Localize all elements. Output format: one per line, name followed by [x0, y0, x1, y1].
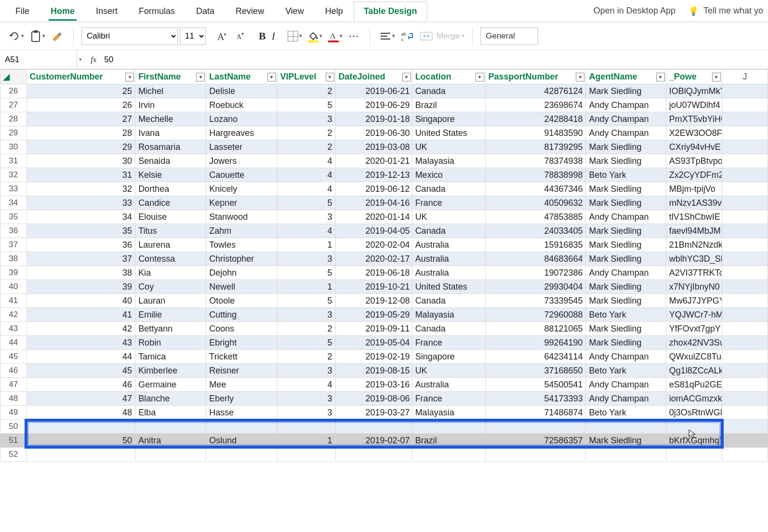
cell[interactable]: 24033405	[485, 224, 586, 238]
cell[interactable]: 2019-04-16	[335, 196, 412, 210]
cell[interactable]: PmXT5vbYiHQ	[666, 112, 722, 126]
cell[interactable]: 35	[26, 224, 135, 238]
cell[interactable]: 54173393	[485, 392, 586, 406]
cell[interactable]: Mee	[206, 378, 277, 392]
cell[interactable]: 28	[26, 126, 135, 140]
cell[interactable]: 1	[277, 280, 335, 294]
cell[interactable]: 42876124	[485, 84, 586, 98]
cell[interactable]: Zx2CyYDFm2E	[666, 168, 722, 182]
filter-dropdown-icon[interactable]: ▾	[656, 73, 665, 81]
cell[interactable]: 2019-03-27	[335, 406, 412, 420]
cell[interactable]: 0j3OsRtnWG8	[666, 406, 722, 420]
cell[interactable]: Canada	[412, 224, 485, 238]
cell[interactable]: 44	[26, 350, 135, 364]
cell[interactable]	[485, 448, 586, 462]
column-header[interactable]: _Powe▾	[666, 70, 722, 84]
cell[interactable]: 34	[26, 210, 135, 224]
cell[interactable]: YQJWCr7-hMA	[666, 308, 722, 322]
table-row[interactable]: 3029RosamariaLasseter22019-03-08UK817392…	[0, 140, 768, 154]
cell[interactable]: Trickett	[206, 350, 277, 364]
cell[interactable]: 1	[277, 434, 335, 448]
table-row[interactable]: 3332DortheaKnicely42019-06-12Canada44367…	[0, 182, 768, 196]
chevron-down-icon[interactable]: ▾	[77, 56, 84, 63]
cell[interactable]: Qg1l8ZCcALk	[666, 364, 722, 378]
cell[interactable]	[722, 448, 768, 462]
cell[interactable]: Singapore	[412, 112, 485, 126]
cell[interactable]: 21BmN2Nzdkc	[666, 238, 722, 252]
table-row[interactable]: 2827MechelleLozano32019-01-18Singapore24…	[0, 112, 768, 126]
table-row[interactable]: 4039CoyNewell12019-10-21United States299…	[0, 280, 768, 294]
cell[interactable]: Brazil	[412, 434, 485, 448]
cell[interactable]: 36	[26, 238, 135, 252]
cell[interactable]: Canada	[412, 294, 485, 308]
filter-dropdown-icon[interactable]: ▾	[576, 73, 584, 81]
cell[interactable]: 2	[277, 350, 335, 364]
cell[interactable]: iomACGmzxk0	[666, 392, 722, 406]
cell[interactable]: A2VI37TRKTo	[666, 266, 722, 280]
cell[interactable]: 2019-03-08	[335, 140, 412, 154]
filter-dropdown-icon[interactable]: ▾	[476, 73, 484, 81]
cell[interactable]	[722, 126, 768, 140]
cell[interactable]	[335, 420, 412, 434]
cell[interactable]: Canada	[412, 84, 485, 98]
cell[interactable]: 25	[26, 84, 135, 98]
cell[interactable]: 3	[277, 252, 335, 266]
cell[interactable]: 2019-05-29	[335, 308, 412, 322]
cell[interactable]: Mark Siedling	[586, 280, 666, 294]
table-row[interactable]: 4241EmilieCutting32019-05-29Malayasia729…	[0, 308, 768, 322]
tab-formulas[interactable]: Formulas	[128, 1, 185, 20]
table-row[interactable]: 3433CandiceKepner52019-04-16France405096…	[0, 196, 768, 210]
cell[interactable]: Stanwood	[206, 210, 277, 224]
cell[interactable]: Andy Champan	[586, 378, 666, 392]
cell[interactable]: 2019-12-08	[335, 294, 412, 308]
cell[interactable]	[412, 420, 485, 434]
cell[interactable]: Australia	[412, 266, 485, 280]
cell[interactable]	[277, 448, 335, 462]
wrap-text-button[interactable]: abc	[399, 29, 416, 43]
cell[interactable]: France	[412, 196, 485, 210]
cell[interactable]: 40	[26, 294, 135, 308]
cell[interactable]: Mark Siedling	[586, 336, 666, 350]
cell[interactable]: Beto Yark	[586, 406, 666, 420]
tab-help[interactable]: Help	[315, 1, 354, 20]
cell[interactable]: 26	[26, 98, 135, 112]
cell[interactable]: 4	[277, 182, 335, 196]
cell[interactable]	[722, 168, 768, 182]
row-header[interactable]: 34	[0, 196, 27, 210]
cell[interactable]: Mark Siedling	[586, 140, 666, 154]
cell[interactable]: Elba	[135, 406, 206, 420]
cell[interactable]: Malayasia	[412, 154, 485, 168]
table-row[interactable]: 3130SenaidaJowers42020-01-21Malayasia783…	[0, 154, 768, 168]
row-header[interactable]: 32	[0, 168, 27, 182]
fx-icon[interactable]: fx	[84, 55, 101, 65]
cell[interactable]: Eberly	[206, 392, 277, 406]
cell[interactable]: Mark Siedling	[586, 182, 666, 196]
filter-dropdown-icon[interactable]: ▾	[125, 73, 134, 81]
cell[interactable]: Malayasia	[412, 308, 485, 322]
cell[interactable]: Beto Yark	[586, 364, 666, 378]
cell[interactable]: Elouise	[135, 210, 206, 224]
column-header-letter[interactable]: J	[722, 70, 768, 84]
cell[interactable]: 48	[26, 406, 135, 420]
cell[interactable]: United States	[412, 280, 485, 294]
cell[interactable]: 2019-06-21	[335, 84, 412, 98]
cell[interactable]	[722, 210, 768, 224]
font-color-button[interactable]: A ▾	[326, 29, 344, 43]
cell[interactable]	[722, 196, 768, 210]
table-row[interactable]: 4948ElbaHasse32019-03-27Malayasia7148687…	[0, 406, 768, 420]
cell[interactable]: 41	[26, 308, 135, 322]
cell[interactable]	[722, 84, 768, 98]
cell[interactable]	[722, 294, 768, 308]
cell[interactable]: joU07WDlhf4	[666, 98, 722, 112]
font-name-select[interactable]: Calibri	[81, 27, 178, 45]
table-row[interactable]: 2625MichelDelisle22019-06-21Canada428761…	[0, 84, 768, 98]
filter-dropdown-icon[interactable]: ▾	[267, 73, 276, 81]
table-row[interactable]: 4746GermaineMee42019-03-16Australia54500…	[0, 378, 768, 392]
cell[interactable]	[722, 280, 768, 294]
cell[interactable]: zhox42NV3Sw	[666, 336, 722, 350]
cell[interactable]: Newell	[206, 280, 277, 294]
fill-color-button[interactable]: ▾	[306, 29, 324, 43]
row-header[interactable]: 36	[0, 224, 27, 238]
cell[interactable]: Kelsie	[135, 168, 206, 182]
cell[interactable]: 30	[26, 154, 135, 168]
